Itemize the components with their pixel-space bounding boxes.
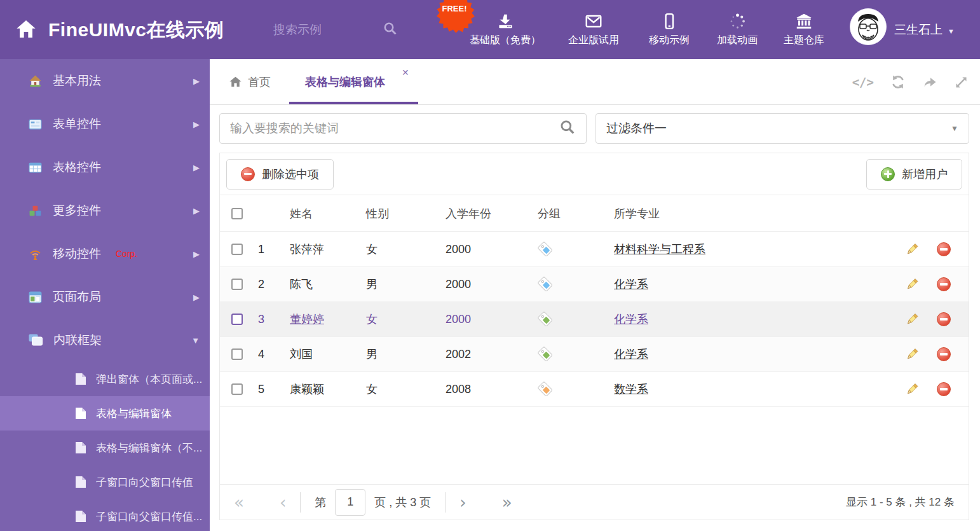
page-number-input[interactable] xyxy=(335,489,365,516)
keyword-search-input[interactable] xyxy=(220,121,559,135)
edit-icon[interactable] xyxy=(905,242,919,256)
cell-year: 2000 xyxy=(434,313,526,326)
row-number: 4 xyxy=(247,348,278,361)
sidebar-item-label: 移动控件 xyxy=(53,245,101,262)
search-icon[interactable] xyxy=(383,21,398,39)
cell-year: 2002 xyxy=(434,348,526,361)
prev-page-button[interactable]: ‹ xyxy=(280,494,286,511)
table-header: 姓名 性别 入学年份 分组 所学专业 xyxy=(220,195,969,232)
first-page-button[interactable]: « xyxy=(234,494,244,511)
username: 三生石上 xyxy=(894,23,943,36)
table-row[interactable]: 2 陈飞 男 2000 化学系 xyxy=(220,267,969,302)
minus-circle-icon xyxy=(241,167,255,181)
example-search-input[interactable] xyxy=(273,18,369,41)
filter-dropdown-value: 过滤条件一 xyxy=(606,120,667,137)
sidebar-item-more-controls[interactable]: 更多控件 ▶ xyxy=(0,189,210,232)
next-page-button[interactable]: › xyxy=(459,494,466,511)
column-group[interactable]: 分组 xyxy=(526,206,602,221)
sidebar-item-basic-usage[interactable]: 基本用法 ▶ xyxy=(0,59,210,102)
cell-gender: 男 xyxy=(355,277,434,292)
row-checkbox[interactable] xyxy=(231,279,243,290)
view-source-icon[interactable]: </> xyxy=(852,75,874,89)
table-row[interactable]: 1 张萍萍 女 2000 材料科学与工程系 xyxy=(220,232,969,267)
wireless-icon xyxy=(29,247,42,261)
edit-icon[interactable] xyxy=(905,312,919,326)
nav-enterprise-trial[interactable]: 企业版试用 xyxy=(557,0,630,59)
edit-icon[interactable] xyxy=(905,382,919,396)
mobile-icon xyxy=(661,13,677,30)
bank-icon xyxy=(795,13,813,30)
table-row-selected[interactable]: 3 董婷婷 女 2000 化学系 xyxy=(220,302,969,337)
nav-label: 主题仓库 xyxy=(784,34,824,47)
filter-dropdown[interactable]: 过滤条件一 ▼ xyxy=(595,113,969,144)
table-row[interactable]: 5 康颖颖 女 2008 数学系 xyxy=(220,372,969,407)
table-row[interactable]: 4 刘国 男 2002 化学系 xyxy=(220,337,969,372)
nav-loading-animations[interactable]: 加载动画 xyxy=(707,0,768,59)
cell-name: 张萍萍 xyxy=(278,242,355,257)
major-link[interactable]: 数学系 xyxy=(614,382,648,397)
expand-icon[interactable] xyxy=(954,75,969,90)
row-checkbox[interactable] xyxy=(231,314,243,325)
svg-text:FREE!: FREE! xyxy=(442,4,467,13)
column-gender[interactable]: 性别 xyxy=(355,206,434,221)
add-user-button[interactable]: 新增用户 xyxy=(866,159,962,190)
table-icon xyxy=(29,161,42,174)
sidebar-item-grid-controls[interactable]: 表格控件 ▶ xyxy=(0,146,210,189)
tag-icon xyxy=(538,242,553,257)
row-checkbox[interactable] xyxy=(231,348,243,360)
tab-home[interactable]: 首页 xyxy=(229,59,271,105)
row-checkbox[interactable] xyxy=(231,244,243,255)
delete-icon[interactable] xyxy=(937,312,951,326)
app-home-icon[interactable] xyxy=(15,19,37,42)
delete-selected-button[interactable]: 删除选中项 xyxy=(226,159,334,190)
sidebar-subitem-child-to-parent-2[interactable]: 子窗口向父窗口传值... xyxy=(0,499,210,531)
user-menu[interactable]: 三生石上▼ xyxy=(894,0,955,59)
file-icon xyxy=(75,407,86,420)
sidebar-item-page-layout[interactable]: 页面布局 ▶ xyxy=(0,275,210,319)
edit-icon[interactable] xyxy=(905,277,919,291)
column-major[interactable]: 所学专业 xyxy=(602,206,886,221)
search-icon[interactable] xyxy=(559,119,576,138)
app-header: FineUIMvc在线示例 FREE! 基础版（免费） 企业版试用 移动示例 xyxy=(0,0,980,59)
chevron-right-icon: ▶ xyxy=(193,206,200,216)
sidebar-item-iframe[interactable]: 内联框架 ▼ xyxy=(0,319,210,362)
file-icon xyxy=(75,373,86,385)
column-name[interactable]: 姓名 xyxy=(278,206,355,221)
sidebar-subitem-grid-edit-window-2[interactable]: 表格与编辑窗体（不... xyxy=(0,431,210,465)
nav-label: 加载动画 xyxy=(717,34,758,47)
sidebar-item-mobile-controls[interactable]: 移动控件 Corp. ▶ xyxy=(0,232,210,275)
sidebar-subitem-child-to-parent[interactable]: 子窗口向父窗口传值 xyxy=(0,465,210,499)
delete-icon[interactable] xyxy=(937,382,951,396)
refresh-icon[interactable] xyxy=(890,74,906,90)
windows-icon xyxy=(29,334,43,347)
major-link[interactable]: 化学系 xyxy=(614,347,648,362)
row-checkbox[interactable] xyxy=(231,383,243,395)
share-icon[interactable] xyxy=(922,74,937,90)
nav-label: 企业版试用 xyxy=(568,34,619,47)
sidebar-subitem-grid-edit-window[interactable]: 表格与编辑窗体 xyxy=(0,396,210,431)
nav-mobile-examples[interactable]: 移动示例 xyxy=(641,0,698,59)
major-link[interactable]: 材料科学与工程系 xyxy=(614,242,705,257)
keyword-search-box xyxy=(219,113,587,144)
cell-gender: 男 xyxy=(355,347,434,362)
layout-icon xyxy=(29,291,42,304)
select-all-checkbox[interactable] xyxy=(231,208,243,219)
column-year[interactable]: 入学年份 xyxy=(434,206,526,221)
close-icon[interactable]: ✕ xyxy=(402,67,409,78)
nav-basic-free[interactable]: 基础版（免费） xyxy=(467,0,543,59)
last-page-button[interactable]: » xyxy=(502,494,512,511)
user-avatar[interactable] xyxy=(850,8,887,45)
plus-circle-icon xyxy=(881,167,895,181)
major-link[interactable]: 化学系 xyxy=(614,312,648,327)
major-link[interactable]: 化学系 xyxy=(614,277,648,292)
sidebar-subitem-popup-window[interactable]: 弹出窗体（本页面或... xyxy=(0,362,210,396)
sidebar-item-form-controls[interactable]: 表单控件 ▶ xyxy=(0,102,210,146)
tab-grid-edit-window[interactable]: 表格与编辑窗体 xyxy=(305,59,385,105)
delete-icon[interactable] xyxy=(937,277,951,291)
delete-icon[interactable] xyxy=(937,347,951,361)
nav-theme-repository[interactable]: 主题仓库 xyxy=(774,0,834,59)
edit-icon[interactable] xyxy=(905,347,919,361)
delete-icon[interactable] xyxy=(937,242,951,256)
cell-name: 康颖颖 xyxy=(278,382,355,397)
row-number: 2 xyxy=(247,278,278,291)
